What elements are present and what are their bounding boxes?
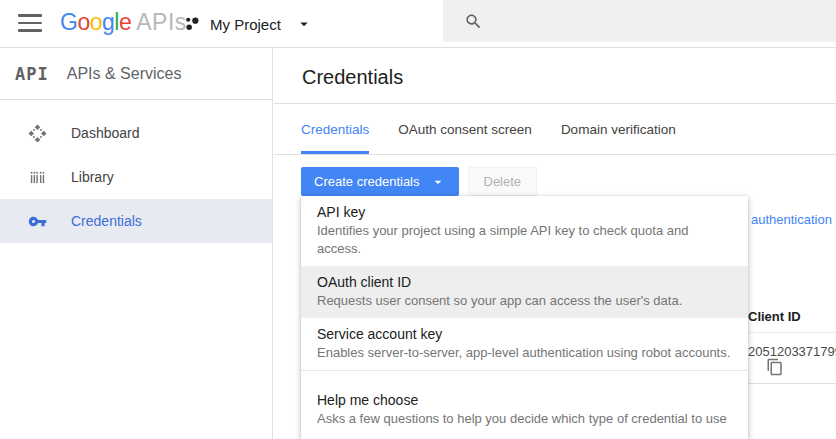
search-icon xyxy=(464,12,483,31)
menu-item-title: Service account key xyxy=(317,325,732,344)
project-icon xyxy=(183,15,202,34)
project-switcher[interactable]: My Project xyxy=(183,0,313,48)
logo-letter: g xyxy=(102,9,114,35)
menu-item-service-account-key[interactable]: Service account key Enables server-to-se… xyxy=(301,318,748,370)
search-bar xyxy=(443,0,836,42)
sidebar-item-label: Credentials xyxy=(71,213,142,229)
sidebar-item-label: Dashboard xyxy=(71,125,140,141)
key-icon xyxy=(28,211,48,231)
logo-letter: o xyxy=(90,9,102,35)
sidebar-title: APIs & Services xyxy=(67,65,182,83)
create-credentials-button[interactable]: Create credentials xyxy=(301,167,459,196)
table-row-divider xyxy=(748,383,836,384)
client-id-column-header: Client ID xyxy=(748,309,836,324)
client-id-value: 2051203371799 xyxy=(748,344,836,359)
sidebar-item-credentials[interactable]: Credentials xyxy=(0,199,272,243)
dashboard-icon xyxy=(28,123,48,143)
tab-credentials[interactable]: Credentials xyxy=(301,104,369,154)
logo-letter: G xyxy=(60,9,77,35)
menu-item-description: Identifies your project using a simple A… xyxy=(317,222,732,258)
create-credentials-menu: API key Identifies your project using a … xyxy=(301,196,748,439)
chevron-down-icon xyxy=(295,15,313,33)
google-apis-console: GoogleAPIs My Project API APIs & Service… xyxy=(0,0,836,439)
chevron-down-icon xyxy=(430,174,446,190)
menu-icon[interactable] xyxy=(18,14,42,34)
menu-item-title: Help me choose xyxy=(317,391,732,410)
create-credentials-label: Create credentials xyxy=(314,174,420,189)
authentication-link[interactable]: authentication xyxy=(751,212,836,227)
sidebar-item-dashboard[interactable]: Dashboard xyxy=(0,111,272,155)
search-input[interactable] xyxy=(495,13,795,29)
copy-icon[interactable] xyxy=(766,358,784,376)
menu-item-help-me-choose[interactable]: Help me choose Asks a few questions to h… xyxy=(301,371,748,439)
sidebar: API APIs & Services Dashboard Library xyxy=(0,48,273,439)
top-bar: GoogleAPIs My Project xyxy=(0,0,836,48)
project-name: My Project xyxy=(210,16,281,33)
menu-item-description: Requests user consent so your app can ac… xyxy=(317,292,732,310)
logo-letter: e xyxy=(119,9,131,35)
logo-letter: o xyxy=(77,9,89,35)
sidebar-item-library[interactable]: Library xyxy=(0,155,272,199)
menu-item-api-key[interactable]: API key Identifies your project using a … xyxy=(301,196,748,266)
menu-item-oauth-client-id[interactable]: OAuth client ID Requests user consent so… xyxy=(301,266,748,318)
menu-item-title: API key xyxy=(317,203,732,222)
table-header-divider xyxy=(748,332,836,333)
google-apis-logo[interactable]: GoogleAPIs xyxy=(60,9,187,36)
delete-button[interactable]: Delete xyxy=(468,167,538,196)
logo-suffix: APIs xyxy=(136,9,187,35)
library-icon xyxy=(28,167,48,187)
sidebar-nav: Dashboard Library Credentials xyxy=(0,100,272,243)
menu-item-description: Enables server-to-server, app-level auth… xyxy=(317,344,732,362)
tab-oauth-consent-screen[interactable]: OAuth consent screen xyxy=(398,104,532,154)
page-title: Credentials xyxy=(302,66,403,89)
api-product-icon: API xyxy=(15,64,49,84)
sidebar-header: API APIs & Services xyxy=(0,48,272,100)
sidebar-item-label: Library xyxy=(71,169,114,185)
tab-bar: Credentials OAuth consent screen Domain … xyxy=(274,104,836,155)
actions-row: Create credentials Delete xyxy=(301,167,537,196)
menu-item-title: OAuth client ID xyxy=(317,273,732,292)
menu-item-description: Asks a few questions to help you decide … xyxy=(317,410,732,428)
tab-domain-verification[interactable]: Domain verification xyxy=(561,104,676,154)
